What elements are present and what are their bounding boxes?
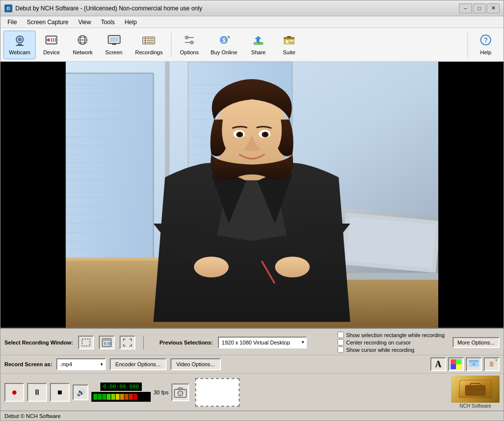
window-controls: − □ ✕ bbox=[459, 3, 500, 13]
format-wrap: .mp4 .avi .mov .wmv .flv ▼ bbox=[56, 358, 106, 370]
select-region-btn[interactable] bbox=[78, 336, 94, 349]
svg-rect-37 bbox=[286, 40, 289, 43]
svg-rect-3 bbox=[16, 45, 24, 46]
toolbar-suite[interactable]: Suite bbox=[274, 31, 304, 59]
video-content bbox=[0, 62, 504, 328]
window-title: Debut by NCH Software - (Unlicensed) Non… bbox=[15, 5, 459, 12]
video-options-button[interactable]: Video Options... bbox=[170, 358, 221, 370]
level-bar-4 bbox=[107, 394, 111, 400]
svg-rect-114 bbox=[451, 359, 456, 364]
buy-online-label: Buy Online bbox=[210, 49, 237, 55]
toolbar-webcam[interactable]: Webcam bbox=[3, 31, 36, 59]
toolbar: Webcam Device bbox=[0, 28, 504, 62]
show-selection-checkbox[interactable] bbox=[337, 332, 344, 338]
show-cursor-row: Show cursor while recording bbox=[337, 346, 444, 353]
color-effect-btn[interactable] bbox=[448, 357, 464, 371]
webcam-overlay-icon bbox=[486, 359, 497, 369]
svg-point-29 bbox=[190, 41, 193, 44]
toolbar-help[interactable]: ? Help bbox=[471, 31, 501, 59]
svg-text:≡: ≡ bbox=[473, 362, 475, 367]
help-icon: ? bbox=[479, 34, 493, 48]
show-selection-label: Show selection rectangle while recording bbox=[346, 332, 444, 338]
select-recording-label: Select Recording Window: bbox=[4, 340, 73, 345]
menu-tools[interactable]: Tools bbox=[96, 18, 120, 27]
toolbar-device[interactable]: Device bbox=[37, 31, 66, 59]
text-overlay-btn[interactable]: A bbox=[430, 357, 446, 371]
level-meter bbox=[91, 392, 151, 402]
svg-rect-109 bbox=[82, 339, 90, 346]
record-button[interactable]: ● bbox=[4, 383, 24, 402]
svg-point-22 bbox=[145, 42, 146, 43]
watermark-btn[interactable]: ≡ bbox=[466, 357, 482, 371]
svg-rect-36 bbox=[287, 36, 291, 38]
status-bar: Debut © NCH Software bbox=[0, 411, 504, 421]
options-label: Options bbox=[180, 49, 199, 55]
previous-selections-label: Previous Selections: bbox=[160, 340, 213, 345]
toolbar-sep-1 bbox=[171, 33, 171, 57]
show-cursor-checkbox[interactable] bbox=[337, 346, 344, 353]
svg-point-104 bbox=[238, 133, 242, 136]
webcam-overlay-btn[interactable] bbox=[484, 357, 500, 371]
toolbar-network[interactable]: Network bbox=[67, 31, 98, 59]
time-display: 0:00:00.000 bbox=[100, 383, 142, 391]
menu-help[interactable]: Help bbox=[120, 18, 142, 27]
show-cursor-label: Show cursor while recording bbox=[346, 347, 414, 353]
previous-selections-dropdown[interactable]: 1920 x 1080 Virtual Desktop Custom Regio… bbox=[218, 337, 307, 348]
screen-label: Screen bbox=[105, 49, 123, 55]
fullscreen-icon bbox=[123, 338, 132, 347]
recording-window-row: Select Recording Window: bbox=[0, 329, 504, 355]
toolbar-recordings[interactable]: Recordings bbox=[130, 31, 168, 59]
svg-point-5 bbox=[47, 38, 50, 41]
menu-file[interactable]: File bbox=[2, 18, 22, 27]
fullscreen-btn[interactable] bbox=[120, 336, 135, 349]
select-window-btn[interactable] bbox=[99, 336, 115, 349]
pause-button[interactable]: ⏸ bbox=[27, 383, 47, 402]
toolbar-buy-online[interactable]: $ Buy Online bbox=[205, 31, 243, 59]
restore-button[interactable]: □ bbox=[473, 3, 486, 13]
volume-button[interactable]: 🔊 bbox=[73, 384, 88, 400]
black-bar-right bbox=[438, 62, 504, 328]
svg-rect-112 bbox=[104, 342, 106, 345]
tool-icons: A ≡ bbox=[430, 357, 500, 371]
level-fps-row bbox=[91, 392, 151, 402]
level-bar-1 bbox=[93, 394, 97, 400]
level-bar-2 bbox=[98, 394, 102, 400]
svg-point-106 bbox=[194, 257, 229, 277]
center-recording-row: Center recording on cursor bbox=[337, 339, 444, 345]
fps-display: 30 fps bbox=[154, 389, 168, 395]
previous-selections-wrap: 1920 x 1080 Virtual Desktop Custom Regio… bbox=[218, 337, 307, 348]
menu-view[interactable]: View bbox=[73, 18, 96, 27]
network-icon bbox=[76, 34, 89, 48]
screen-icon bbox=[107, 34, 121, 48]
nch-logo-text: NCH Software bbox=[451, 403, 500, 409]
menu-screen-capture[interactable]: Screen Capture bbox=[22, 18, 73, 27]
svg-rect-117 bbox=[456, 364, 462, 369]
screenshot-button[interactable] bbox=[171, 383, 189, 401]
suite-icon bbox=[282, 34, 296, 48]
svg-rect-97 bbox=[346, 217, 436, 268]
toolbar-share[interactable]: Share bbox=[244, 31, 273, 59]
toolbar-sep-2 bbox=[467, 33, 468, 57]
close-button[interactable]: ✕ bbox=[487, 3, 500, 13]
playback-row: ● ⏸ ■ 🔊 0:00:00.000 bbox=[0, 374, 504, 411]
svg-text:$: $ bbox=[222, 37, 226, 44]
toolbar-options[interactable]: Options bbox=[174, 31, 204, 59]
svg-point-27 bbox=[185, 36, 188, 39]
video-area bbox=[0, 62, 504, 328]
device-label: Device bbox=[43, 49, 60, 55]
center-recording-checkbox[interactable] bbox=[337, 339, 344, 345]
checkbox-group: Show selection rectangle while recording… bbox=[337, 332, 444, 353]
toolbar-screen[interactable]: Screen bbox=[99, 31, 129, 59]
share-label: Share bbox=[251, 49, 265, 55]
svg-point-20 bbox=[145, 38, 146, 39]
webcam-icon bbox=[13, 34, 27, 48]
more-options-button[interactable]: More Options... bbox=[453, 337, 500, 348]
format-dropdown[interactable]: .mp4 .avi .mov .wmv .flv bbox=[56, 358, 106, 370]
stop-button[interactable]: ■ bbox=[50, 383, 70, 402]
minimize-button[interactable]: − bbox=[459, 3, 472, 13]
level-bar-6 bbox=[116, 394, 120, 400]
menu-bar: File Screen Capture View Tools Help bbox=[0, 16, 504, 28]
time-level-group: 0:00:00.000 bbox=[91, 383, 151, 402]
record-screen-label: Record Screen as: bbox=[4, 361, 52, 367]
encoder-options-button[interactable]: Encoder Options... bbox=[110, 358, 167, 370]
